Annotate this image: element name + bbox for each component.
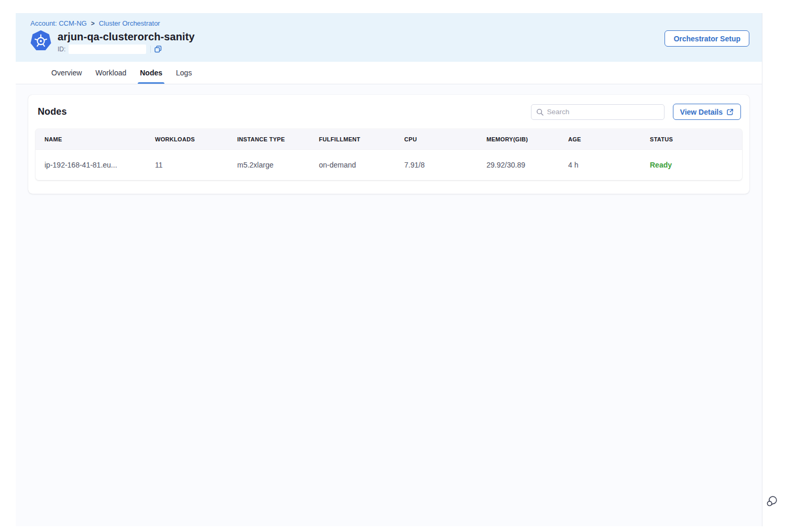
kubernetes-icon bbox=[30, 30, 51, 51]
cell-memory: 29.92/30.89 bbox=[478, 150, 559, 180]
title-block: arjun-qa-clusterorch-sanity ID: bbox=[58, 30, 195, 54]
tab-nodes-label: Nodes bbox=[140, 69, 162, 77]
page-body: Nodes View Details bbox=[16, 84, 762, 204]
nodes-heading: Nodes bbox=[38, 106, 67, 117]
status-badge: Ready bbox=[641, 150, 742, 180]
cell-fulfillment: on-demand bbox=[310, 150, 395, 180]
divider bbox=[150, 46, 151, 53]
chat-help-button[interactable] bbox=[766, 494, 779, 508]
title-row: arjun-qa-clusterorch-sanity ID: bbox=[30, 30, 749, 54]
column-header-fulfillment: FULFILLMENT bbox=[310, 129, 395, 149]
chat-bubbles-icon bbox=[766, 494, 779, 508]
tab-bar: Overview Workload Nodes Logs bbox=[16, 62, 762, 84]
column-header-age: AGE bbox=[559, 129, 641, 149]
view-details-button[interactable]: View Details bbox=[673, 104, 741, 120]
breadcrumb-account-link[interactable]: Account: CCM-NG bbox=[30, 19, 87, 27]
search-box[interactable] bbox=[531, 104, 665, 120]
cell-workloads: 11 bbox=[146, 150, 228, 180]
breadcrumb-separator: > bbox=[91, 20, 95, 27]
cell-instance-type: m5.2xlarge bbox=[228, 150, 310, 180]
tab-overview-label: Overview bbox=[51, 69, 82, 77]
column-header-status: STATUS bbox=[641, 129, 742, 149]
column-header-memory: MEMORY(GIB) bbox=[478, 129, 559, 149]
orchestrator-setup-button[interactable]: Orchestrator Setup bbox=[665, 30, 749, 47]
search-icon bbox=[536, 108, 544, 116]
view-details-label: View Details bbox=[680, 108, 723, 116]
column-header-instance-type: INSTANCE TYPE bbox=[228, 129, 310, 149]
active-tab-indicator bbox=[138, 82, 164, 84]
tab-overview[interactable]: Overview bbox=[51, 62, 82, 84]
column-header-cpu: CPU bbox=[395, 129, 478, 149]
nodes-card: Nodes View Details bbox=[28, 95, 749, 194]
cell-age: 4 h bbox=[559, 150, 641, 180]
cell-node-name: ip-192-168-41-81.eu... bbox=[36, 150, 146, 180]
breadcrumb-cluster-orchestrator-link[interactable]: Cluster Orchestrator bbox=[99, 19, 160, 27]
cluster-id-row: ID: bbox=[58, 45, 195, 54]
tab-workload[interactable]: Workload bbox=[95, 62, 126, 84]
id-label: ID: bbox=[58, 46, 65, 53]
app-container: Account: CCM-NG > Cluster Orchestrator a… bbox=[16, 13, 762, 526]
tab-logs-label: Logs bbox=[176, 69, 192, 77]
search-input[interactable] bbox=[547, 108, 659, 116]
nodes-table: NAME WORKLOADS INSTANCE TYPE FULFILLMENT… bbox=[36, 129, 742, 180]
cluster-header: Account: CCM-NG > Cluster Orchestrator a… bbox=[16, 13, 762, 62]
column-header-name: NAME bbox=[36, 129, 146, 149]
nodes-card-tools: View Details bbox=[531, 104, 741, 120]
nodes-card-header: Nodes View Details bbox=[36, 104, 742, 120]
page-title: arjun-qa-clusterorch-sanity bbox=[58, 30, 195, 43]
copy-icon[interactable] bbox=[154, 45, 162, 53]
nodes-table-header-row: NAME WORKLOADS INSTANCE TYPE FULFILLMENT… bbox=[36, 129, 742, 149]
table-row[interactable]: ip-192-168-41-81.eu... 11 m5.2xlarge on-… bbox=[36, 149, 742, 180]
tab-workload-label: Workload bbox=[95, 69, 126, 77]
cell-cpu: 7.91/8 bbox=[395, 150, 478, 180]
breadcrumb: Account: CCM-NG > Cluster Orchestrator bbox=[30, 19, 749, 27]
external-link-icon bbox=[726, 108, 734, 116]
id-value-redacted bbox=[69, 45, 146, 54]
tab-logs[interactable]: Logs bbox=[176, 62, 192, 84]
tab-nodes[interactable]: Nodes bbox=[140, 62, 162, 84]
column-header-workloads: WORKLOADS bbox=[146, 129, 228, 149]
